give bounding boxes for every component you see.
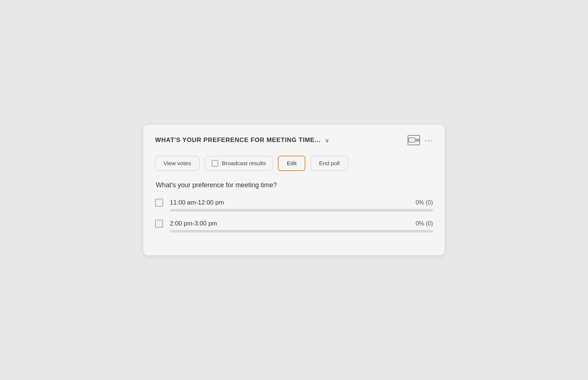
svg-rect-0: [409, 138, 415, 142]
poll-title-row: WHAT'S YOUR PREFERENCE FOR MEETING TIME.…: [155, 136, 329, 144]
progress-bar-0: [170, 209, 433, 212]
poll-question: What's your preference for meeting time?: [156, 181, 433, 189]
option-label-1: 2:00 pm-3:00 pm: [170, 220, 410, 227]
svg-rect-1: [411, 142, 413, 143]
end-poll-button[interactable]: End poll: [311, 156, 348, 171]
broadcast-results-group[interactable]: Broadcast results: [205, 156, 273, 171]
poll-title: WHAT'S YOUR PREFERENCE FOR MEETING TIME.…: [155, 136, 320, 144]
option-label-0: 11:00 am-12:00 pm: [170, 199, 410, 206]
more-options-icon[interactable]: ···: [424, 136, 433, 145]
option-checkbox-1[interactable]: [155, 220, 163, 228]
poll-header: WHAT'S YOUR PREFERENCE FOR MEETING TIME.…: [155, 135, 433, 147]
view-votes-button[interactable]: View votes: [155, 156, 200, 171]
broadcast-label: Broadcast results: [222, 160, 266, 167]
poll-card: WHAT'S YOUR PREFERENCE FOR MEETING TIME.…: [143, 125, 445, 255]
broadcast-checkbox[interactable]: [212, 160, 218, 167]
option-checkbox-0[interactable]: [155, 199, 163, 207]
edit-button[interactable]: Edit: [278, 156, 305, 171]
option-stat-1: 0% (0): [416, 220, 433, 227]
option-row: 11:00 am-12:00 pm 0% (0): [155, 199, 433, 207]
option-stat-0: 0% (0): [416, 199, 433, 206]
progress-bar-1: [170, 230, 433, 232]
toolbar: View votes Broadcast results Edit End po…: [155, 156, 433, 171]
poll-options: 11:00 am-12:00 pm 0% (0) 2:00 pm-3:00 pm…: [155, 199, 433, 232]
screen-icon[interactable]: [408, 135, 420, 145]
header-actions: ···: [408, 135, 433, 145]
chevron-down-icon[interactable]: ∨: [325, 137, 329, 144]
option-row: 2:00 pm-3:00 pm 0% (0): [155, 220, 433, 228]
